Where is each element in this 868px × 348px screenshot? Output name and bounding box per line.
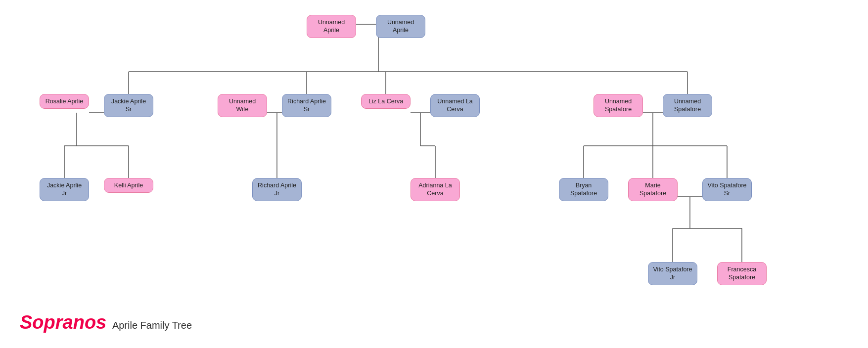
node-jackieJr[interactable]: Jackie Aprlie Jr <box>40 178 89 201</box>
node-unnamedSpatafore1[interactable]: Unnamed Spatafore <box>594 94 643 117</box>
node-francesca[interactable]: Francesca Spatafore <box>717 262 767 285</box>
node-unnamedSpatafore2[interactable]: Unnamed Spatafore <box>663 94 712 117</box>
brand-name: Sopranos <box>20 312 106 333</box>
node-rosalie[interactable]: Rosalie Aprlie <box>40 94 89 109</box>
node-marie[interactable]: Marie Spatafore <box>628 178 678 201</box>
node-richardJr[interactable]: Richard Aprile Jr <box>252 178 302 201</box>
node-vitoJr[interactable]: Vito Spatafore Jr <box>648 262 697 285</box>
brand-subtitle: Aprile Family Tree <box>112 320 192 331</box>
node-unnamedAprileM[interactable]: Unnamed Aprile <box>376 15 425 38</box>
brand-container: Sopranos Aprile Family Tree <box>20 312 192 333</box>
node-jackieSr[interactable]: Jackie Aprile Sr <box>104 94 153 117</box>
node-vitoSr[interactable]: Vito Spatafore Sr <box>702 178 752 201</box>
node-adrianna[interactable]: Adrianna La Cerva <box>411 178 460 201</box>
node-bryan[interactable]: Bryan Spatafore <box>559 178 608 201</box>
node-unnamedLaCerva[interactable]: Unnamed La Cerva <box>430 94 480 117</box>
node-kelli[interactable]: Kelli Aprile <box>104 178 153 193</box>
node-unnamedAprileF[interactable]: Unnamed Aprile <box>307 15 356 38</box>
node-lizLaCerva[interactable]: Liz La Cerva <box>361 94 411 109</box>
node-unnamedWife[interactable]: Unnamed Wife <box>218 94 267 117</box>
node-richardSr[interactable]: Richard Aprlie Sr <box>282 94 331 117</box>
